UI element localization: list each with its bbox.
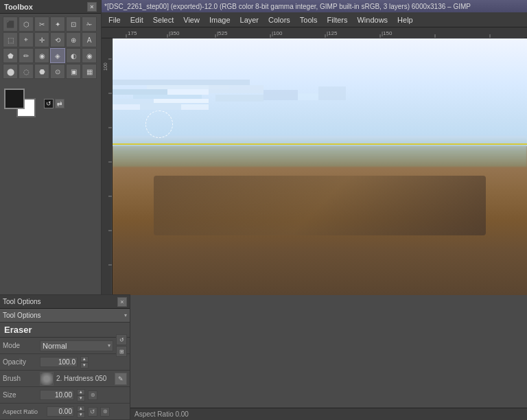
menu-image[interactable]: Image: [205, 14, 235, 25]
svg-rect-33: [264, 90, 298, 100]
svg-rect-26: [113, 89, 167, 95]
menu-filters[interactable]: Filters: [323, 14, 352, 25]
image-transition: [113, 136, 527, 167]
menu-select[interactable]: Select: [149, 14, 178, 25]
opacity-row: Opacity ▴ ▾: [0, 354, 130, 371]
image-canvas[interactable]: [113, 38, 527, 295]
tool-options-section-header[interactable]: Tool Options ▾: [0, 309, 130, 323]
mode-extra-buttons: ↺ ⊞: [116, 334, 127, 357]
opacity-label: Opacity: [3, 358, 37, 366]
aspect-ratio-input[interactable]: [47, 406, 74, 417]
svg-text:|350: |350: [169, 30, 180, 36]
ink-tool[interactable]: ◉: [82, 48, 97, 63]
brush-cursor: [145, 110, 173, 138]
aspect-up-button[interactable]: ▴: [77, 406, 85, 412]
ruler-vertical: 100: [102, 38, 113, 295]
eraser-tool[interactable]: ◈: [50, 48, 65, 63]
brush-preview[interactable]: [40, 372, 54, 386]
tool-options-outer-title: Tool Options ×: [0, 295, 130, 309]
svg-text:|525: |525: [217, 30, 228, 36]
menu-help[interactable]: Help: [393, 14, 417, 25]
menu-tools[interactable]: Tools: [296, 14, 322, 25]
aspect-down-button[interactable]: ▾: [77, 412, 85, 418]
menu-windows[interactable]: Windows: [353, 14, 392, 25]
size-input[interactable]: [40, 390, 74, 400]
fuzzy-select-tool[interactable]: ✦: [50, 16, 65, 32]
brush-label: Brush: [3, 375, 37, 382]
image-window: *[DSC_2261_step00] (exported)-12.0 (RGB …: [102, 0, 527, 295]
gimp-extra-tool[interactable]: ⟲: [50, 32, 65, 47]
svg-rect-29: [133, 95, 202, 99]
brush-edit-button[interactable]: ✎: [115, 373, 127, 385]
size-chain-button[interactable]: ⊛: [88, 390, 97, 400]
mode-label: Mode: [3, 342, 37, 349]
mode-reset-button[interactable]: ↺: [116, 334, 127, 345]
svg-text:|125: |125: [327, 30, 338, 36]
foreground-color-swatch[interactable]: [4, 89, 25, 109]
color-swatches: ↺ ⇄: [0, 84, 101, 123]
image-window-title-text: *[DSC_2261_step00] (exported)-12.0 (RGB …: [104, 3, 471, 10]
aspect-ratio-label: Aspect Ratio: [3, 408, 44, 415]
menu-layer[interactable]: Layer: [236, 14, 264, 25]
heal-tool[interactable]: ⬟: [3, 48, 18, 63]
rect-select-tool[interactable]: ⬛: [3, 16, 18, 32]
menu-edit[interactable]: Edit: [126, 14, 148, 25]
svg-rect-32: [215, 95, 264, 102]
svg-rect-27: [167, 89, 209, 95]
swap-colors-icon[interactable]: ⇄: [55, 99, 65, 108]
svg-rect-38: [181, 104, 209, 110]
aspect-spinbox: ▴ ▾: [77, 406, 85, 418]
size-up-button[interactable]: ▴: [77, 389, 85, 395]
clone-tool[interactable]: ⬤: [3, 64, 18, 79]
size-label: Size: [3, 391, 37, 399]
app-container: Toolbox × ⬛ ⬡ ✂ ✦ ⊡ ✁ ⬚ ⌖ ✛ ⟲ ⊕ A ⬟ ✏ ◉ …: [0, 0, 527, 420]
mode-value: Normal: [43, 342, 67, 350]
ground-shadow: [154, 176, 485, 235]
mode-dropdown[interactable]: Normal ▾: [40, 340, 113, 351]
toolbox-panel: Toolbox × ⬛ ⬡ ✂ ✦ ⊡ ✁ ⬚ ⌖ ✛ ⟲ ⊕ A ⬟ ✏ ◉ …: [0, 0, 102, 295]
tool-options-outer-label: Tool Options: [3, 298, 41, 305]
size-down-button[interactable]: ▾: [77, 395, 85, 401]
zoom-tool[interactable]: ⊕: [66, 32, 81, 47]
menu-file[interactable]: File: [104, 14, 125, 25]
blend-tool[interactable]: ▦: [82, 64, 97, 79]
reset-colors-icon[interactable]: ↺: [44, 99, 54, 108]
brush-name: 2. Hardness 050: [56, 375, 112, 382]
aspect-chain-button[interactable]: ⊛: [100, 407, 110, 417]
dodge-burn-tool[interactable]: ⬣: [34, 64, 49, 79]
mode-row: Mode Normal ▾ ↺ ⊞: [0, 338, 130, 354]
svg-rect-28: [209, 85, 264, 93]
color-picker-tool[interactable]: ⌖: [19, 32, 34, 47]
opacity-input[interactable]: [40, 357, 78, 367]
svg-rect-36: [113, 104, 140, 110]
menu-view[interactable]: View: [179, 14, 204, 25]
paintbrush-tool[interactable]: ◉: [34, 48, 49, 63]
aspect-ratio-row: Aspect Ratio ▴ ▾ ↺ ⊛: [0, 404, 130, 420]
svg-text:|150: |150: [382, 30, 393, 36]
pencil-tool[interactable]: ✏: [19, 48, 34, 63]
toolbox-label: Toolbox: [4, 3, 33, 11]
opacity-up-button[interactable]: ▴: [80, 356, 89, 362]
text-tool[interactable]: A: [82, 32, 97, 47]
ellipse-select-tool[interactable]: ⬡: [19, 16, 34, 32]
desaturate-tool[interactable]: ⊙: [50, 64, 65, 79]
scissors-tool[interactable]: ✁: [82, 16, 97, 32]
bucket-fill-tool[interactable]: ▣: [66, 64, 81, 79]
small-color-icons: ↺ ⇄: [44, 99, 65, 108]
status-bar: Aspect Ratio 0.00: [130, 408, 527, 420]
mode-extra-button[interactable]: ⊞: [116, 346, 127, 357]
brush-row: Brush 2. Hardness 050 ✎: [0, 371, 130, 387]
opacity-down-button[interactable]: ▾: [80, 362, 89, 369]
smudge-tool[interactable]: ◌: [19, 64, 34, 79]
select-by-color-tool[interactable]: ⊡: [66, 16, 81, 32]
measure-tool[interactable]: ✛: [34, 32, 49, 47]
toolbox-close-button[interactable]: ×: [87, 2, 97, 12]
free-select-tool[interactable]: ✂: [34, 16, 49, 32]
paths-tool[interactable]: ⬚: [3, 32, 18, 47]
airbrush-tool[interactable]: ◐: [66, 48, 81, 63]
tool-options-close-button[interactable]: ×: [117, 297, 127, 307]
menu-colors[interactable]: Colors: [264, 14, 294, 25]
aspect-reset-button[interactable]: ↺: [88, 407, 97, 417]
svg-rect-37: [140, 103, 181, 110]
opacity-spinbox: ▴ ▾: [80, 356, 89, 369]
